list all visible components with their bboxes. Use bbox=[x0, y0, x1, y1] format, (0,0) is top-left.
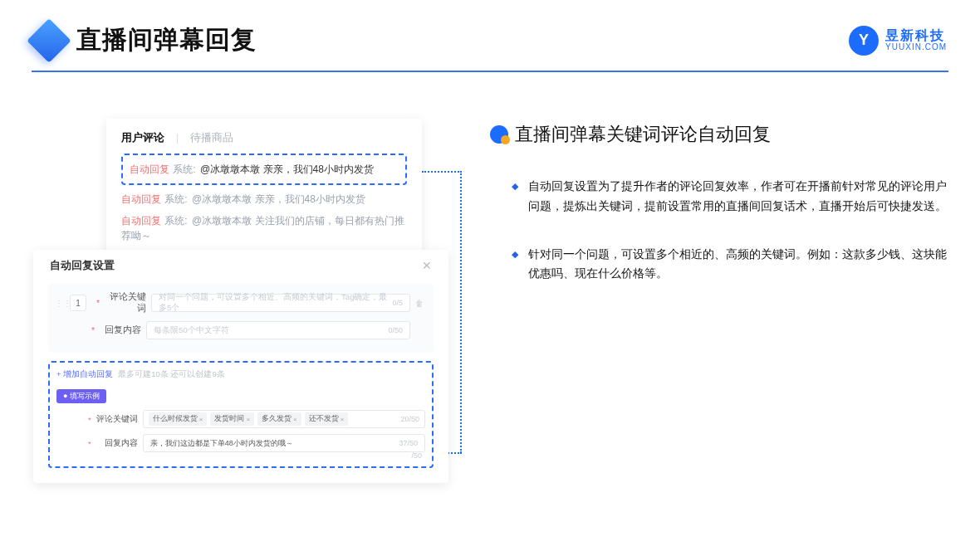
comments-card: 用户评论 | 待播商品 自动回复 系统: @冰墩墩本墩 亲亲，我们48小时内发货… bbox=[106, 119, 422, 258]
label-content: 回复内容 bbox=[100, 324, 141, 336]
tag-remove-icon[interactable]: × bbox=[199, 416, 203, 423]
cube-icon bbox=[27, 18, 71, 63]
required-star: * bbox=[96, 298, 100, 308]
connector-line bbox=[460, 171, 462, 453]
settings-title: 自动回复设置 bbox=[50, 258, 115, 273]
settings-card: 自动回复设置 ✕ ⋮⋮ 1 * 评论关键词 对同一个问题，可设置多个相近、高频的… bbox=[33, 250, 448, 483]
brand-url: YUUXIN.COM bbox=[885, 43, 947, 52]
add-hint: 最多可建10条 还可以创建9条 bbox=[118, 369, 225, 380]
bullet-item: 针对同一个问题，可设置多个相近的、高频的关键词。例如：这款多少钱、这块能优惠吗、… bbox=[512, 245, 947, 285]
page-title: 直播间弹幕回复 bbox=[76, 23, 257, 57]
required-star: * bbox=[88, 439, 91, 448]
add-auto-reply-link[interactable]: + 增加自动回复 bbox=[56, 369, 113, 380]
tab-user-comments[interactable]: 用户评论 bbox=[121, 130, 164, 145]
keyword-input[interactable]: 对同一个问题，可设置多个相近、高频的关键词，Tag确定，最多5个 0/5 bbox=[151, 294, 410, 312]
close-icon[interactable]: ✕ bbox=[422, 259, 432, 272]
tab-separator: | bbox=[176, 132, 179, 144]
tag-remove-icon[interactable]: × bbox=[246, 416, 250, 423]
form-row-keyword: ⋮⋮ 1 * 评论关键词 对同一个问题，可设置多个相近、高频的关键词，Tag确定… bbox=[55, 291, 427, 315]
section-bullets: 自动回复设置为了提升作者的评论回复效率，作者可在开播前针对常见的评论用户问题，提… bbox=[490, 177, 947, 284]
comments-tabs: 用户评论 | 待播商品 bbox=[121, 130, 407, 145]
auto-reply-tag: 自动回复 bbox=[121, 193, 161, 205]
section-bullet-icon bbox=[490, 125, 508, 144]
brand-text: 昱新科技 YUUXIN.COM bbox=[885, 29, 947, 51]
tag-item[interactable]: 还不发货× bbox=[305, 412, 349, 426]
content-input[interactable]: 每条限50个中文字符 0/50 bbox=[146, 321, 410, 339]
section-title: 直播间弹幕关键词评论自动回复 bbox=[515, 122, 771, 147]
tab-pending-goods[interactable]: 待播商品 bbox=[190, 130, 233, 145]
example-content-row: * 回复内容 亲，我们这边都是下单48小时内发货的哦～ 37/50 bbox=[56, 434, 425, 452]
settings-example-box: + 增加自动回复 最多可建10条 还可以创建9条 ● 填写示例 * 评论关键词 … bbox=[48, 361, 434, 468]
highlighted-message: 自动回复 系统: @冰墩墩本墩 亲亲，我们48小时内发货 bbox=[121, 154, 407, 185]
example-content-input[interactable]: 亲，我们这边都是下单48小时内发货的哦～ 37/50 bbox=[143, 434, 425, 452]
tag-remove-icon[interactable]: × bbox=[341, 416, 345, 423]
section-head: 直播间弹幕关键词评论自动回复 bbox=[490, 122, 947, 147]
overflow-counter: /50 bbox=[411, 451, 422, 460]
required-star: * bbox=[91, 325, 95, 335]
label-content: 回复内容 bbox=[96, 438, 138, 449]
message-body: @冰墩墩本墩 亲亲，我们48小时内发货 bbox=[200, 163, 374, 175]
tag-item[interactable]: 发货时间× bbox=[210, 412, 254, 426]
header-left: 直播间弹幕回复 bbox=[33, 23, 257, 57]
content: 用户评论 | 待播商品 自动回复 系统: @冰墩墩本墩 亲亲，我们48小时内发货… bbox=[0, 72, 980, 483]
message-prefix: 系统: bbox=[164, 215, 187, 227]
tag-remove-icon[interactable]: × bbox=[293, 416, 297, 423]
bullet-item: 自动回复设置为了提升作者的评论回复效率，作者可在开播前针对常见的评论用户问题，提… bbox=[512, 177, 947, 217]
example-badge: ● 填写示例 bbox=[56, 389, 106, 403]
add-more-row: + 增加自动回复 最多可建10条 还可以创建9条 bbox=[56, 369, 425, 380]
message-prefix: 系统: bbox=[173, 163, 195, 175]
connector-line bbox=[422, 171, 462, 173]
drag-handle-icon[interactable]: ⋮⋮ bbox=[55, 299, 65, 308]
right-panel: 直播间弹幕关键词评论自动回复 自动回复设置为了提升作者的评论回复效率，作者可在开… bbox=[490, 119, 947, 483]
rule-number: 1 bbox=[70, 295, 86, 311]
delete-icon[interactable]: 🗑 bbox=[415, 299, 427, 308]
example-content-value: 亲，我们这边都是下单48小时内发货的哦～ bbox=[150, 438, 293, 449]
tag-item[interactable]: 什么时候发货× bbox=[149, 412, 208, 426]
tag-item[interactable]: 多久发货× bbox=[257, 412, 301, 426]
content-counter: 0/50 bbox=[388, 326, 403, 334]
example-content-counter: 37/50 bbox=[399, 439, 418, 447]
message-line: 自动回复 系统: @冰墩墩本墩 亲亲，我们48小时内发货 bbox=[121, 192, 407, 207]
page-header: 直播间弹幕回复 Y 昱新科技 YUUXIN.COM bbox=[0, 0, 980, 66]
label-keyword: 评论关键词 bbox=[96, 414, 138, 425]
form-row-content: * 回复内容 每条限50个中文字符 0/50 bbox=[55, 321, 427, 339]
keyword-placeholder: 对同一个问题，可设置多个相近、高频的关键词，Tag确定，最多5个 bbox=[159, 292, 392, 314]
brand-block: Y 昱新科技 YUUXIN.COM bbox=[849, 26, 947, 56]
example-tags-input[interactable]: 什么时候发货× 发货时间× 多久发货× 还不发货× 20/50 bbox=[143, 410, 425, 428]
brand-logo-icon: Y bbox=[849, 26, 879, 56]
message-prefix: 系统: bbox=[164, 193, 187, 205]
settings-body: ⋮⋮ 1 * 评论关键词 对同一个问题，可设置多个相近、高频的关键词，Tag确定… bbox=[48, 283, 434, 353]
message-body: @冰墩墩本墩 亲亲，我们48小时内发货 bbox=[192, 193, 365, 205]
tags-counter: 20/50 bbox=[400, 415, 419, 423]
left-panel: 用户评论 | 待播商品 自动回复 系统: @冰墩墩本墩 亲亲，我们48小时内发货… bbox=[33, 119, 457, 483]
required-star: * bbox=[88, 415, 91, 424]
message-line: 自动回复 系统: @冰墩墩本墩 亲亲，我们48小时内发货 bbox=[130, 162, 399, 177]
auto-reply-tag: 自动回复 bbox=[130, 163, 169, 175]
message-line: 自动回复 系统: @冰墩墩本墩 关注我们的店铺，每日都有热门推荐呦～ bbox=[121, 213, 407, 243]
settings-header: 自动回复设置 ✕ bbox=[48, 258, 434, 273]
label-keyword: 评论关键词 bbox=[105, 291, 146, 315]
content-placeholder: 每条限50个中文字符 bbox=[154, 325, 229, 336]
brand-name: 昱新科技 bbox=[885, 29, 947, 43]
example-keyword-row: * 评论关键词 什么时候发货× 发货时间× 多久发货× 还不发货× 20/50 bbox=[56, 410, 425, 428]
auto-reply-tag: 自动回复 bbox=[121, 215, 161, 227]
keyword-counter: 0/5 bbox=[392, 299, 403, 307]
